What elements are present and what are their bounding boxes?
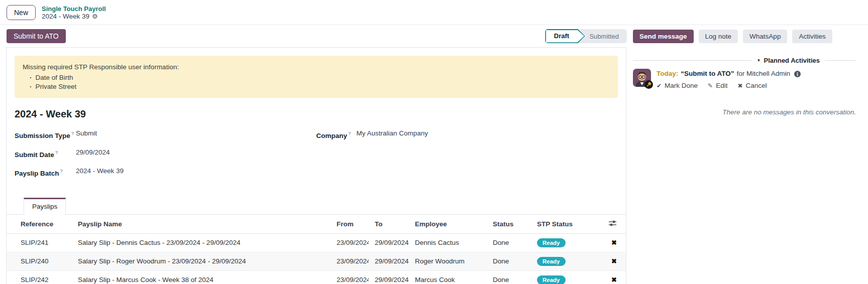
field-value-payslip-batch[interactable]: 2024 - Week 39: [76, 167, 124, 178]
chatter-buttons: Send message Log note WhatsApp Activitie…: [633, 30, 856, 43]
bullet-icon: ·: [30, 83, 32, 90]
planned-activities-header: ▼ Planned Activities: [633, 57, 856, 64]
delete-row-icon[interactable]: ✖: [611, 257, 617, 265]
bullet-icon: ·: [30, 74, 32, 81]
send-message-button[interactable]: Send message: [633, 30, 694, 43]
edit-activity-button[interactable]: ✎ Edit: [708, 82, 727, 89]
whatsapp-button[interactable]: WhatsApp: [743, 30, 787, 43]
table-header-row: Reference Payslip Name From To Employee …: [7, 215, 626, 234]
form-sheet: Missing required STP Responsible user in…: [6, 47, 626, 284]
submit-to-ato-button[interactable]: Submit to ATO: [7, 29, 66, 43]
warning-title: Missing required STP Responsible user in…: [23, 62, 610, 72]
table-row[interactable]: SLIP/240 Salary Slip - Roger Woodrum - 2…: [7, 252, 626, 270]
help-marker: ?: [55, 150, 58, 155]
cell-payslip-name[interactable]: Salary Slip - Marcus Cook - Week 38 of 2…: [72, 270, 331, 284]
statusbar: Draft Submitted: [545, 29, 627, 43]
field-value-submit-date[interactable]: 29/09/2024: [76, 149, 110, 159]
activity-actions: ✔ Mark Done ✎ Edit ✖ Cancel: [657, 82, 801, 89]
cell-from[interactable]: 23/09/2024: [331, 252, 369, 270]
field-company: Company? My Australian Company: [316, 129, 618, 140]
breadcrumb-app-link[interactable]: Single Touch Payroll: [42, 5, 106, 13]
divider: [825, 60, 856, 61]
activity-due-label: Today:: [657, 69, 678, 78]
statusbar-stage-draft[interactable]: Draft: [545, 29, 585, 43]
planned-activities-toggle[interactable]: ▼ Planned Activities: [757, 57, 820, 64]
cell-to[interactable]: 29/09/2024: [369, 252, 409, 270]
col-header-to[interactable]: To: [369, 215, 409, 234]
cell-status[interactable]: Done: [487, 233, 531, 252]
activity-item: Today: “Submit to ATO” for Mitchell Admi…: [633, 69, 856, 89]
col-header-employee[interactable]: Employee: [409, 215, 487, 234]
tab-payslips[interactable]: Payslips: [24, 198, 66, 215]
actions-gear-icon[interactable]: ⚙: [92, 13, 98, 20]
cell-status[interactable]: Done: [487, 270, 531, 284]
breadcrumb: Single Touch Payroll 2024 - Week 39 ⚙: [42, 5, 106, 20]
control-panel: Submit to ATO Draft Submitted: [0, 25, 630, 47]
mark-done-button[interactable]: ✔ Mark Done: [657, 82, 698, 89]
warning-list: ·Date of Birth ·Private Street: [23, 73, 610, 91]
cell-employee[interactable]: Marcus Cook: [409, 270, 487, 284]
form-view: Submit to ATO Draft Submitted Missing re…: [0, 25, 630, 284]
cell-to[interactable]: 29/09/2024: [369, 233, 409, 252]
optional-columns-icon[interactable]: [608, 220, 617, 227]
field-submission-type: Submission Type? Submit: [15, 129, 316, 140]
notebook-tabs: Payslips: [7, 198, 626, 215]
cell-from[interactable]: 23/09/2024: [331, 233, 369, 252]
page-title: 2024 - Week 39: [15, 108, 618, 120]
help-marker: ?: [348, 130, 351, 136]
chatter: Send message Log note WhatsApp Activitie…: [630, 25, 868, 284]
empty-conversation-message: There are no messages in this conversati…: [633, 108, 856, 116]
delete-row-icon[interactable]: ✖: [611, 239, 617, 246]
field-group: Submission Type? Submit Submit Date? 29/…: [15, 129, 618, 186]
col-header-payslip-name[interactable]: Payslip Name: [72, 215, 331, 234]
cell-status[interactable]: Done: [487, 252, 531, 270]
warning-item: ·Date of Birth: [23, 73, 610, 82]
info-icon[interactable]: [794, 71, 801, 77]
field-label: Submit Date: [15, 151, 54, 158]
warning-item: ·Private Street: [23, 82, 610, 91]
field-value-company[interactable]: My Australian Company: [357, 129, 428, 140]
delete-row-icon[interactable]: ✖: [611, 276, 617, 283]
stp-status-badge: Ready: [537, 257, 566, 266]
field-submit-date: Submit Date? 29/09/2024: [15, 149, 316, 159]
stp-status-badge: Ready: [537, 238, 566, 247]
col-header-status[interactable]: Status: [487, 215, 531, 234]
log-note-button[interactable]: Log note: [699, 30, 738, 43]
statusbar-stage-submitted[interactable]: Submitted: [584, 33, 627, 40]
cell-employee[interactable]: Dennis Cactus: [409, 233, 487, 252]
payslips-table: Reference Payslip Name From To Employee …: [7, 215, 626, 284]
divider: [633, 60, 752, 61]
cell-payslip-name[interactable]: Salary Slip - Dennis Cactus - 23/09/2024…: [72, 233, 331, 252]
col-header-reference[interactable]: Reference: [7, 215, 72, 234]
cancel-activity-button[interactable]: ✖ Cancel: [737, 82, 767, 89]
breadcrumb-record-name: 2024 - Week 39: [42, 13, 89, 20]
table-row[interactable]: SLIP/241 Salary Slip - Dennis Cactus - 2…: [7, 233, 626, 252]
activity-name: “Submit to ATO”: [681, 69, 734, 78]
avatar[interactable]: [633, 69, 651, 87]
warning-banner: Missing required STP Responsible user in…: [15, 56, 618, 98]
activities-button[interactable]: Activities: [792, 30, 832, 43]
activity-type-gavel-icon: [644, 80, 653, 89]
cell-from[interactable]: 23/09/2024: [331, 270, 369, 284]
breadcrumb-bar: New Single Touch Payroll 2024 - Week 39 …: [0, 0, 868, 25]
cell-employee[interactable]: Roger Woodrum: [409, 252, 487, 270]
pencil-icon: ✎: [708, 82, 713, 89]
cell-reference[interactable]: SLIP/240: [7, 252, 72, 270]
cell-reference[interactable]: SLIP/241: [7, 233, 72, 252]
cross-icon: ✖: [737, 82, 742, 89]
col-header-from[interactable]: From: [331, 215, 369, 234]
field-label: Submission Type: [15, 132, 70, 139]
help-marker: ?: [71, 130, 74, 136]
cell-payslip-name[interactable]: Salary Slip - Roger Woodrum - 23/09/2024…: [72, 252, 331, 270]
table-row[interactable]: SLIP/242 Salary Slip - Marcus Cook - Wee…: [7, 270, 626, 284]
cell-reference[interactable]: SLIP/242: [7, 270, 72, 284]
field-label: Company: [316, 132, 348, 139]
field-label: Payslip Batch: [15, 170, 59, 177]
new-button[interactable]: New: [7, 5, 36, 20]
col-header-stp-status[interactable]: STP Status: [531, 215, 582, 234]
help-marker: ?: [60, 168, 63, 174]
activity-assignee: for Mitchell Admin: [737, 69, 791, 78]
cell-to[interactable]: 29/09/2024: [369, 270, 409, 284]
chevron-down-icon: ▼: [757, 58, 761, 63]
field-value-submission-type[interactable]: Submit: [76, 129, 97, 140]
